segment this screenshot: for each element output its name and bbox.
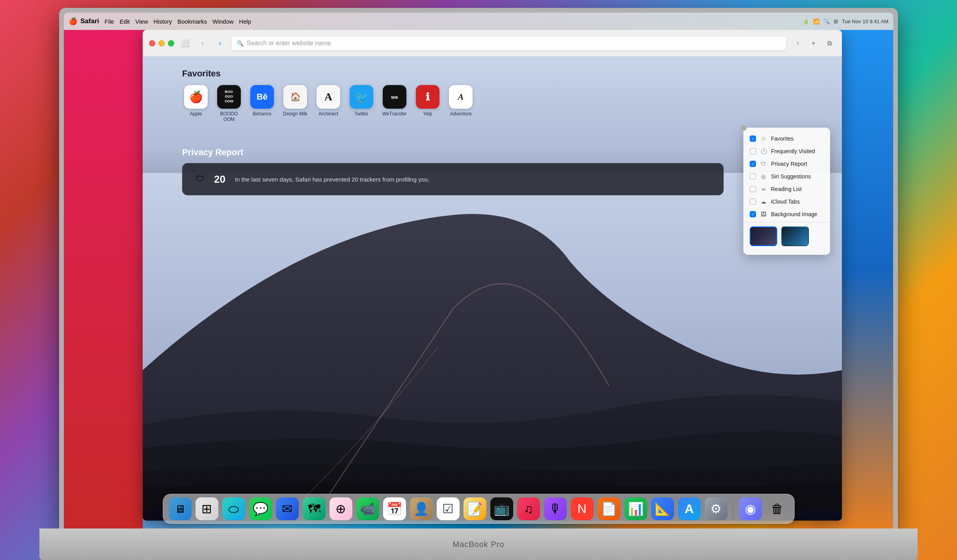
menu-view[interactable]: View	[135, 18, 148, 25]
macbook-bottom-bar: MacBook Pro	[39, 528, 918, 560]
menu-window[interactable]: Window	[212, 18, 233, 25]
favorite-adventure[interactable]: A Adventure	[447, 85, 475, 122]
maximize-button[interactable]	[168, 40, 174, 46]
customize-reading-list[interactable]: ∞ Reading List	[743, 183, 830, 195]
customize-favorites[interactable]: ✓ ☆ Favorites	[743, 132, 830, 145]
favorites-grid: 🍎 Apple BOOOOOOOM BOOOO OOM Bē Behance	[182, 85, 834, 122]
favorite-twitter[interactable]: 🐦 Twitter	[348, 85, 375, 122]
tabs-overview-button[interactable]: ⧉	[823, 37, 836, 50]
customize-icloud-tabs[interactable]: ☁ iCloud Tabs	[743, 195, 830, 208]
dock-item-tv[interactable]: 📺	[490, 497, 513, 520]
favorite-wetransfer-label: WeTransfer	[382, 111, 407, 117]
favorite-archinect[interactable]: A Archinect	[315, 85, 342, 122]
privacy-report-card[interactable]: 🛡 20 In the last seven days, Safari has …	[182, 163, 724, 195]
apple-menu-icon[interactable]: 🍎	[69, 17, 77, 26]
favorite-wetransfer[interactable]: we WeTransfer	[381, 85, 408, 122]
menu-file[interactable]: File	[104, 18, 114, 25]
control-center-icon[interactable]: ⊞	[834, 19, 838, 24]
favorite-apple[interactable]: 🍎 Apple	[182, 85, 210, 122]
dock-item-keynote[interactable]: 📐	[651, 497, 674, 520]
dock-item-siri[interactable]: ◉	[739, 497, 762, 520]
dock-item-messages[interactable]: 💬	[249, 497, 272, 520]
favorites-checkbox[interactable]: ✓	[750, 135, 756, 142]
dock-item-mail[interactable]: ✉	[276, 497, 299, 520]
privacy-report-label: Privacy Report	[771, 161, 807, 167]
datetime-display: Tue Nov 10 9:41 AM	[842, 19, 888, 24]
background-image-checkbox[interactable]: ✓	[750, 211, 756, 217]
dock-item-contacts[interactable]: 👤	[410, 497, 433, 520]
dock-item-maps[interactable]: 🗺	[303, 497, 326, 520]
favorite-apple-icon: 🍎	[184, 85, 208, 109]
privacy-report-icon: 🛡	[760, 161, 767, 167]
favorite-apple-label: Apple	[190, 111, 202, 117]
bg-thumb-underwater[interactable]	[781, 226, 809, 246]
favorite-adventure-icon: A	[449, 85, 473, 109]
share-button[interactable]: ↑	[791, 37, 804, 50]
dock-item-launchpad[interactable]: ⊞	[195, 497, 218, 520]
favorite-twitter-icon: 🐦	[350, 85, 373, 109]
privacy-report-checkbox[interactable]: ✓	[750, 161, 756, 167]
favorite-yelp[interactable]: ℹ Yelp	[414, 85, 441, 122]
dock-item-reminders[interactable]: ☑	[437, 497, 460, 520]
customize-background-image[interactable]: ✓ 🖼 Background Image	[743, 208, 830, 221]
battery-icon: 🔋	[803, 19, 809, 24]
privacy-report-title: Privacy Report	[182, 147, 724, 158]
dock-item-news[interactable]: N	[571, 497, 594, 520]
new-tab-button[interactable]: +	[807, 37, 820, 50]
wifi-icon: 📶	[813, 19, 819, 24]
dock-item-safari[interactable]: ⬭	[222, 497, 245, 520]
customize-privacy-report[interactable]: ✓ 🛡 Privacy Report	[743, 158, 830, 170]
reading-list-checkbox[interactable]	[750, 186, 756, 192]
favorite-archinect-label: Archinect	[318, 111, 338, 117]
menu-help[interactable]: Help	[239, 18, 251, 25]
macbook-body: 🍎 Safari File Edit View History Bookmark…	[59, 8, 898, 528]
customize-siri-suggestions[interactable]: ◎ Siri Suggestions	[743, 170, 830, 183]
favorite-boooom-label: BOOOO OOM	[215, 111, 243, 122]
sidebar-toggle-button[interactable]: ⬜	[179, 37, 192, 50]
favorite-designmilk[interactable]: 🏠 Design Milk	[281, 85, 309, 122]
favorite-adventure-label: Adventure	[450, 111, 472, 117]
favorite-behance[interactable]: Bē Behance	[248, 85, 276, 122]
bg-thumb-bigsur[interactable]	[750, 226, 777, 246]
traffic-lights	[149, 40, 174, 46]
frequently-visited-icon: 🕐	[760, 148, 767, 154]
search-bar-icon: 🔍	[237, 40, 244, 46]
customize-frequently-visited[interactable]: 🕐 Frequently Visited	[743, 145, 830, 158]
menu-history[interactable]: History	[154, 18, 172, 25]
favorite-boooom-icon: BOOOOOOOM	[217, 85, 241, 109]
search-bar[interactable]: 🔍 Search or enter website name	[231, 36, 787, 51]
app-name-menu[interactable]: Safari	[80, 17, 99, 25]
dock-item-finder[interactable]: 🖥	[169, 497, 192, 520]
toolbar-actions: ↑ + ⧉	[791, 37, 836, 50]
favorite-behance-icon: Bē	[250, 85, 274, 109]
dock-item-notes[interactable]: 📝	[464, 497, 486, 520]
dock-item-systemprefs[interactable]: ⚙	[705, 497, 728, 520]
siri-suggestions-checkbox[interactable]	[750, 173, 756, 180]
privacy-section: Privacy Report 🛡 20 In the last seven da…	[182, 147, 724, 195]
siri-suggestions-label: Siri Suggestions	[771, 173, 811, 180]
panel-close-button[interactable]	[741, 125, 747, 131]
dock-item-calendar[interactable]: 📅	[383, 497, 406, 520]
dock-item-numbers[interactable]: 📊	[624, 497, 647, 520]
search-icon[interactable]: 🔍	[823, 19, 830, 24]
dock-item-photos[interactable]: ⊕	[330, 497, 352, 520]
dock-item-facetime[interactable]: 📹	[356, 497, 379, 520]
close-button[interactable]	[149, 40, 155, 46]
dock-item-podcasts[interactable]: 🎙	[544, 497, 567, 520]
privacy-report-text: In the last seven days, Safari has preve…	[235, 176, 430, 183]
dock-item-trash[interactable]: 🗑	[766, 497, 789, 520]
dock-item-pages[interactable]: 📄	[598, 497, 620, 520]
back-button[interactable]: ‹	[196, 37, 209, 50]
frequently-visited-checkbox[interactable]	[750, 148, 756, 154]
macbook-label: MacBook Pro	[452, 540, 504, 549]
dock-item-music[interactable]: ♫	[517, 497, 540, 520]
forward-button[interactable]: ›	[214, 37, 226, 50]
menu-bookmarks[interactable]: Bookmarks	[177, 18, 207, 25]
menu-edit[interactable]: Edit	[119, 18, 130, 25]
search-input[interactable]: Search or enter website name	[247, 40, 331, 47]
icloud-tabs-checkbox[interactable]	[750, 198, 756, 205]
dock-item-appstore[interactable]: A	[678, 497, 701, 520]
favorite-yelp-label: Yelp	[423, 111, 432, 117]
favorite-boooom[interactable]: BOOOOOOOM BOOOO OOM	[215, 85, 243, 122]
minimize-button[interactable]	[158, 40, 165, 46]
